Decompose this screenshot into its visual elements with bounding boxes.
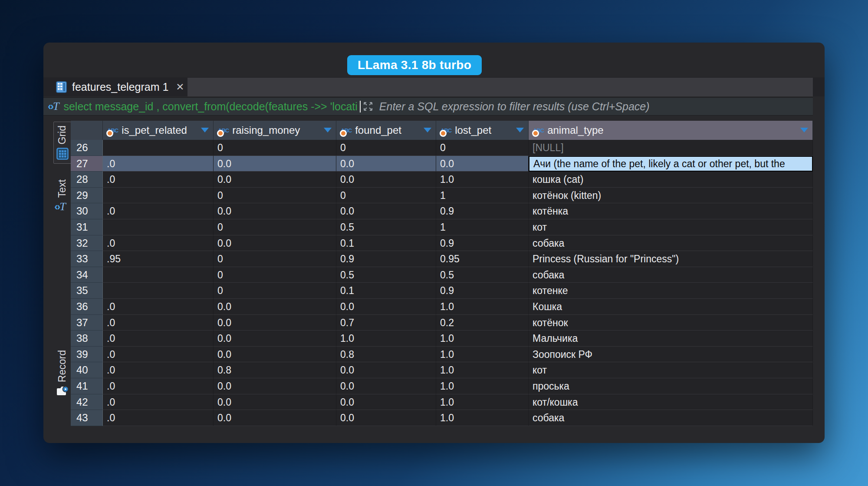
grid-cell[interactable]: .95 (103, 251, 214, 267)
grid-cell[interactable]: .0 (103, 410, 214, 426)
grid-cell[interactable]: 0.0 (336, 172, 436, 188)
grid-cell[interactable]: .0 (103, 235, 214, 251)
grid-cell[interactable]: кот (529, 362, 813, 378)
row-number[interactable]: 30 (71, 203, 103, 219)
grid-cell[interactable]: 0 (214, 140, 336, 156)
grid-cell[interactable]: 0.0 (214, 172, 336, 188)
grid-cell[interactable]: 1.0 (436, 362, 529, 378)
grid-cell[interactable]: 0.8 (214, 362, 336, 378)
grid-cell[interactable]: .0 (103, 315, 214, 331)
grid-cell[interactable]: 0.0 (214, 203, 336, 219)
grid-cell[interactable]: 1.0 (436, 394, 529, 410)
grid-cell[interactable]: 0.0 (336, 156, 436, 172)
row-number[interactable]: 39 (71, 347, 103, 363)
sql-filter-bar[interactable]: ‹›T select message_id , convert_from(dec… (43, 97, 813, 116)
row-number[interactable]: 28 (71, 172, 103, 188)
row-number[interactable]: 42 (71, 394, 103, 410)
sql-filter-text[interactable]: select message_id , convert_from(decode(… (63, 100, 357, 113)
grid-cell[interactable]: 0.0 (336, 410, 436, 426)
grid-cell[interactable]: 0 (214, 251, 336, 267)
grid-cell[interactable]: 0.0 (214, 235, 336, 251)
grid-cell[interactable] (103, 219, 214, 235)
grid-cell[interactable]: 1.0 (436, 331, 529, 347)
grid-cell[interactable]: 0.0 (214, 331, 336, 347)
grid-cell[interactable]: 0.9 (436, 235, 529, 251)
grid-cell[interactable]: 0.0 (336, 378, 436, 394)
column-header-lost-pet[interactable]: ABC lost_pet (436, 121, 529, 140)
grid-cell[interactable]: .0 (103, 203, 214, 219)
grid-cell[interactable]: котёнок (529, 315, 813, 331)
grid-cell[interactable]: 0.8 (336, 347, 436, 363)
grid-cell[interactable]: 0.5 (436, 267, 529, 283)
row-number[interactable]: 40 (71, 362, 103, 378)
row-number[interactable]: 38 (71, 331, 103, 347)
row-number[interactable]: 31 (71, 219, 103, 235)
grid-cell[interactable] (103, 188, 214, 204)
grid-cell[interactable]: 0 (336, 188, 436, 204)
grid-cell[interactable]: котёнок (kitten) (529, 188, 813, 204)
sidebar-tab-record[interactable]: Record (53, 347, 71, 400)
grid-cell[interactable]: .0 (103, 378, 214, 394)
grid-cell[interactable]: кошка (cat) (529, 172, 813, 188)
grid-cell[interactable]: 0 (214, 188, 336, 204)
tab-features-telegram[interactable]: features_telegram 1 ✕ (56, 77, 187, 96)
grid-cell[interactable] (103, 283, 214, 299)
column-header-is-pet-related[interactable]: ABC is_pet_related (103, 121, 214, 140)
grid-cell[interactable]: 0.0 (214, 347, 336, 363)
grid-cell[interactable]: 0.5 (336, 267, 436, 283)
grid-cell[interactable]: Зоопоиск РФ (529, 347, 813, 363)
row-number[interactable]: 36 (71, 299, 103, 315)
chevron-down-icon[interactable] (800, 128, 808, 132)
grid-cell[interactable]: .0 (103, 394, 214, 410)
grid-cell[interactable]: Кошка (529, 299, 813, 315)
grid-cell[interactable]: .0 (103, 347, 214, 363)
grid-cell[interactable]: 0.1 (336, 235, 436, 251)
grid-cell[interactable]: 0.9 (436, 203, 529, 219)
sidebar-tab-grid[interactable]: Grid (53, 122, 71, 164)
row-number[interactable]: 26 (71, 140, 103, 156)
column-header-animal-type[interactable]: ABC animal_type (529, 121, 813, 140)
chevron-down-icon[interactable] (424, 128, 431, 132)
grid-cell[interactable]: 1.0 (336, 331, 436, 347)
grid-cell[interactable]: Мальчика (529, 331, 813, 347)
chevron-down-icon[interactable] (201, 128, 209, 132)
grid-cell[interactable]: кот/кошка (529, 394, 813, 410)
grid-cell[interactable]: 1 (436, 188, 529, 204)
grid-cell[interactable]: 0.0 (336, 203, 436, 219)
grid-cell[interactable]: 1 (436, 219, 529, 235)
grid-cell[interactable]: 1.0 (436, 347, 529, 363)
grid-cell[interactable] (103, 140, 214, 156)
grid-cell[interactable]: 0 (336, 140, 436, 156)
grid-cell[interactable]: 0.0 (214, 410, 336, 426)
column-header-found-pet[interactable]: ABC found_pet (336, 121, 436, 140)
grid-cell[interactable]: 0.9 (436, 283, 529, 299)
grid-cell[interactable]: 0 (214, 267, 336, 283)
grid-cell[interactable]: 0.0 (214, 299, 336, 315)
grid-cell[interactable]: 0.95 (436, 251, 529, 267)
grid-cell[interactable]: 0.9 (336, 251, 436, 267)
grid-cell[interactable]: 1.0 (436, 378, 529, 394)
grid-cell[interactable]: 0.2 (436, 315, 529, 331)
grid-cell[interactable]: кот (529, 219, 813, 235)
grid-cell[interactable]: 0.0 (336, 299, 436, 315)
grid-cell[interactable]: 0 (214, 219, 336, 235)
grid-cell[interactable]: 1.0 (436, 172, 529, 188)
grid-cell[interactable]: .0 (103, 156, 214, 172)
row-number[interactable]: 33 (71, 251, 103, 267)
column-header-raising-money[interactable]: ABC raising_money (214, 121, 336, 140)
grid-cell[interactable]: котенке (529, 283, 813, 299)
row-number[interactable]: 32 (71, 235, 103, 251)
grid-cell[interactable]: .0 (103, 299, 214, 315)
row-number[interactable]: 29 (71, 188, 103, 204)
row-number[interactable]: 35 (71, 283, 103, 299)
grid-cell[interactable]: Princess (Russian for "Princess") (529, 251, 813, 267)
grid-cell[interactable]: .0 (103, 172, 214, 188)
grid-cell[interactable]: 1.0 (436, 410, 529, 426)
grid-cell[interactable]: 0.0 (214, 156, 336, 172)
expand-filter-icon[interactable] (363, 101, 373, 112)
grid-cell[interactable]: 0.0 (336, 362, 436, 378)
row-number[interactable]: 37 (71, 315, 103, 331)
tab-close-icon[interactable]: ✕ (176, 81, 184, 93)
grid-cell[interactable]: 0.0 (214, 394, 336, 410)
grid-cell[interactable]: проська (529, 378, 813, 394)
